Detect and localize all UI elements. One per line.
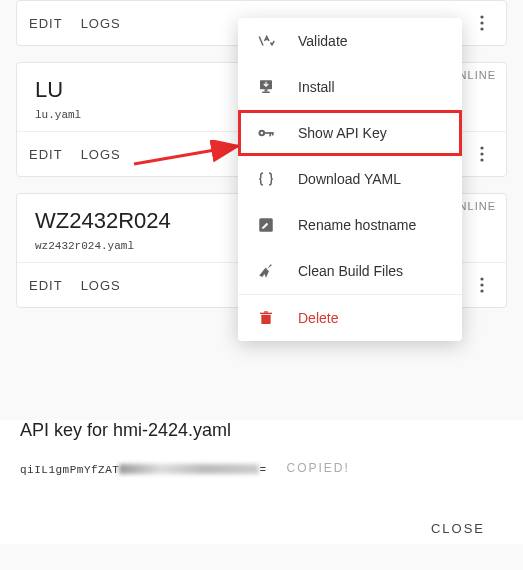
edit-button[interactable]: EDIT [29, 16, 63, 31]
trash-icon [256, 308, 276, 328]
svg-point-7 [480, 283, 483, 286]
menu-item-install[interactable]: Install [238, 64, 462, 110]
api-key-dialog: API key for hmi-2424.yaml qiIL1gmPmYfZAT… [0, 420, 523, 544]
api-key-prefix: qiIL1gmPmYfZAT [20, 464, 119, 476]
logs-button[interactable]: LOGS [81, 16, 121, 31]
install-icon [256, 77, 276, 97]
svg-rect-18 [272, 132, 274, 135]
broom-icon [256, 261, 276, 281]
svg-point-8 [480, 289, 483, 292]
menu-item-label: Show API Key [298, 125, 387, 141]
context-menu: Validate Install Show API Key Download Y… [238, 18, 462, 341]
svg-point-15 [261, 132, 264, 135]
svg-point-5 [480, 158, 483, 161]
overflow-menu-button[interactable] [470, 273, 494, 297]
svg-point-3 [480, 146, 483, 149]
logs-button[interactable]: LOGS [81, 278, 121, 293]
svg-rect-21 [260, 313, 272, 314]
logs-button[interactable]: LOGS [81, 147, 121, 162]
overflow-menu-button[interactable] [470, 11, 494, 35]
menu-item-label: Install [298, 79, 335, 95]
edit-button[interactable]: EDIT [29, 147, 63, 162]
edit-button[interactable]: EDIT [29, 278, 63, 293]
svg-rect-12 [265, 89, 268, 91]
menu-item-validate[interactable]: Validate [238, 18, 462, 64]
svg-rect-17 [269, 132, 271, 136]
menu-item-label: Download YAML [298, 171, 401, 187]
dialog-title: API key for hmi-2424.yaml [20, 420, 503, 441]
api-key-redacted [119, 464, 259, 474]
rename-icon [256, 215, 276, 235]
menu-item-show-api-key[interactable]: Show API Key [238, 110, 462, 156]
svg-point-6 [480, 277, 483, 280]
svg-point-0 [480, 15, 483, 18]
key-icon [256, 123, 276, 143]
menu-item-clean-build[interactable]: Clean Build Files [238, 248, 462, 294]
overflow-menu-button[interactable] [470, 142, 494, 166]
menu-item-rename-hostname[interactable]: Rename hostname [238, 202, 462, 248]
validate-icon [256, 31, 276, 51]
svg-point-1 [480, 21, 483, 24]
api-key-suffix: = [259, 464, 266, 476]
menu-item-delete[interactable]: Delete [238, 294, 462, 341]
svg-rect-22 [264, 311, 268, 312]
menu-item-download-yaml[interactable]: Download YAML [238, 156, 462, 202]
copied-label: COPIED! [287, 461, 350, 475]
braces-icon [256, 169, 276, 189]
svg-rect-13 [262, 92, 270, 94]
api-key-value: qiIL1gmPmYfZAT= [20, 459, 267, 477]
menu-item-label: Validate [298, 33, 348, 49]
svg-point-2 [480, 27, 483, 30]
svg-point-4 [480, 152, 483, 155]
menu-item-label: Rename hostname [298, 217, 416, 233]
menu-item-label: Clean Build Files [298, 263, 403, 279]
menu-item-label: Delete [298, 310, 338, 326]
svg-rect-20 [261, 315, 270, 324]
close-button[interactable]: CLOSE [413, 513, 503, 544]
